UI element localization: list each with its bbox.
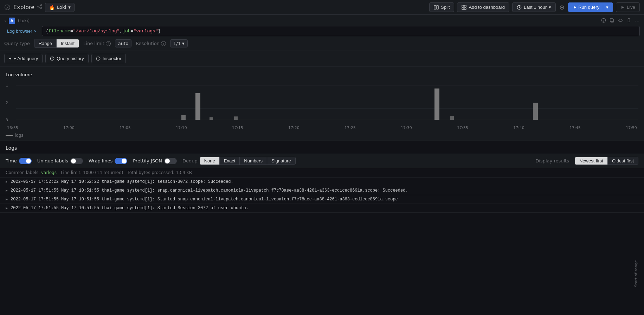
resolution-dropdown[interactable]: 1/1 ▾ — [170, 39, 187, 47]
unique-labels-toggle-dot — [71, 159, 76, 163]
svg-rect-10 — [462, 7, 464, 9]
query-datasource-name: (Loki) — [18, 18, 30, 23]
x-label-1750: 17:50 — [626, 126, 637, 130]
time-range-button[interactable]: Last 1 hour ▾ — [512, 2, 556, 12]
query-eye-icon[interactable] — [618, 18, 623, 24]
start-of-range: Start of range — [634, 260, 638, 287]
share-icon[interactable] — [37, 4, 42, 10]
x-label-1715: 17:15 — [232, 126, 243, 130]
query-area: ‹ A (Loki) ? ⋯ Log browser > {filename="… — [0, 15, 644, 51]
dedup-none-button[interactable]: None — [200, 157, 220, 165]
datasource-name: Loki — [57, 5, 66, 10]
svg-text:i: i — [98, 57, 98, 60]
history-icon — [50, 56, 54, 61]
sort-newest-button[interactable]: Newest first — [575, 157, 608, 165]
svg-line-5 — [39, 6, 40, 7]
svg-point-1 — [41, 5, 42, 6]
query-trash-icon[interactable] — [626, 18, 631, 24]
explore-icon — [4, 4, 11, 11]
prettify-json-control: Prettify JSON — [133, 158, 177, 164]
log-volume-section: Log volume 3 2 1 — [0, 66, 644, 141]
y-label-3: 1 — [6, 83, 13, 88]
svg-rect-29 — [234, 116, 238, 120]
query-options-row: Query type Range Instant Line limit ? au… — [4, 39, 640, 48]
log-entry[interactable]: ▶ 2022-05-17 17:51:55 May 17 10:51:55 th… — [0, 186, 644, 195]
log-expand-icon: ▶ — [6, 188, 8, 193]
unique-labels-label: Unique labels — [37, 158, 68, 163]
x-label-1735: 17:35 — [457, 126, 468, 130]
sort-oldest-button[interactable]: Oldest first — [608, 157, 638, 165]
svg-line-4 — [39, 7, 40, 8]
log-volume-chart — [6, 82, 638, 124]
header-left: Explore 🔥 Loki ▾ — [4, 3, 426, 12]
log-entry[interactable]: ▶ 2022-05-17 17:52:22 May 17 10:52:22 th… — [0, 178, 644, 186]
prettify-json-toggle[interactable] — [164, 158, 177, 164]
log-expand-icon: ▶ — [6, 206, 8, 211]
add-query-button[interactable]: + + Add query — [4, 54, 43, 63]
log-browser-row: Log browser > {filename="/var/log/syslog… — [4, 26, 640, 36]
run-icon — [573, 5, 577, 9]
live-button[interactable]: Live — [616, 2, 640, 12]
tab-range[interactable]: Range — [34, 39, 57, 47]
prettify-json-toggle-dot — [165, 159, 170, 163]
log-entry[interactable]: ▶ 2022-05-17 17:51:55 May 17 10:51:55 th… — [0, 204, 644, 213]
time-control: Time — [6, 158, 32, 164]
time-toggle[interactable] — [19, 158, 32, 164]
svg-point-18 — [620, 20, 621, 21]
resolution-help-icon[interactable]: ? — [161, 41, 166, 46]
time-dropdown-icon: ▾ — [549, 5, 551, 10]
zoom-out-icon[interactable]: ⊖ — [559, 4, 565, 11]
clock-icon — [517, 5, 522, 10]
svg-rect-7 — [437, 5, 438, 9]
log-text: 2022-05-17 17:51:55 May 17 10:51:55 thai… — [11, 205, 249, 211]
query-expression-input[interactable]: {filename="/var/log/syslog",job="varlogs… — [42, 26, 640, 36]
inspector-label: Inspector — [103, 56, 121, 61]
query-history-label: Query history — [57, 56, 84, 61]
tab-instant[interactable]: Instant — [57, 39, 79, 47]
dedup-numbers-button[interactable]: Numbers — [240, 157, 267, 165]
unique-labels-control: Unique labels — [37, 158, 83, 164]
split-label: Split — [441, 5, 450, 10]
dedup-group: Dedup None Exact Numbers Signature — [182, 157, 296, 165]
wrap-lines-control: Wrap lines — [89, 158, 127, 164]
query-history-button[interactable]: Query history — [45, 54, 88, 63]
dedup-signature-button[interactable]: Signature — [267, 157, 295, 165]
x-label-1730: 17:30 — [401, 126, 412, 130]
split-icon — [434, 5, 439, 10]
svg-point-20 — [96, 57, 100, 60]
line-limit-help-icon[interactable]: ? — [106, 41, 111, 46]
wrap-lines-toggle[interactable] — [115, 158, 127, 164]
time-toggle-dot — [26, 159, 31, 163]
add-dashboard-button[interactable]: Add to dashboard — [457, 2, 509, 12]
log-entry[interactable]: ▶ 2022-05-17 17:51:55 May 17 10:51:55 th… — [0, 195, 644, 204]
wrap-lines-toggle-dot — [122, 159, 127, 163]
svg-rect-26 — [181, 115, 186, 120]
query-more-icon[interactable]: ⋯ — [635, 18, 640, 24]
y-label-2: 2 — [6, 101, 13, 105]
y-axis-labels: 3 2 1 — [6, 82, 13, 124]
legend-line — [6, 135, 13, 136]
add-dashboard-label: Add to dashboard — [469, 5, 505, 10]
dedup-exact-button[interactable]: Exact — [220, 157, 240, 165]
line-limit-value: auto — [115, 39, 131, 47]
svg-rect-30 — [434, 89, 439, 120]
run-query-button[interactable]: Run query ▾ — [568, 2, 613, 12]
log-text: 2022-05-17 17:51:55 May 17 10:51:55 thai… — [11, 187, 408, 194]
live-play-icon — [620, 5, 625, 9]
logs-meta: Common labels: varlogs Line limit: 1000 … — [0, 168, 644, 178]
log-browser-button[interactable]: Log browser > — [4, 27, 39, 35]
logs-header: Logs — [0, 141, 644, 154]
split-button[interactable]: Split — [429, 2, 454, 12]
inspector-button[interactable]: i Inspector — [91, 54, 126, 63]
bytes-meta: Total bytes processed: 13.4 kB — [128, 170, 192, 175]
svg-point-17 — [619, 19, 623, 21]
x-label-1725: 17:25 — [344, 126, 356, 130]
query-type-label: Query type — [4, 41, 30, 46]
x-label-1745: 17:45 — [569, 126, 581, 130]
datasource-selector[interactable]: 🔥 Loki ▾ — [45, 3, 75, 12]
live-label: Live — [627, 5, 635, 10]
unique-labels-toggle[interactable] — [70, 158, 83, 164]
query-help-icon[interactable]: ? — [601, 18, 606, 24]
query-copy-icon[interactable] — [610, 18, 614, 24]
collapse-button[interactable]: ‹ — [4, 18, 6, 23]
